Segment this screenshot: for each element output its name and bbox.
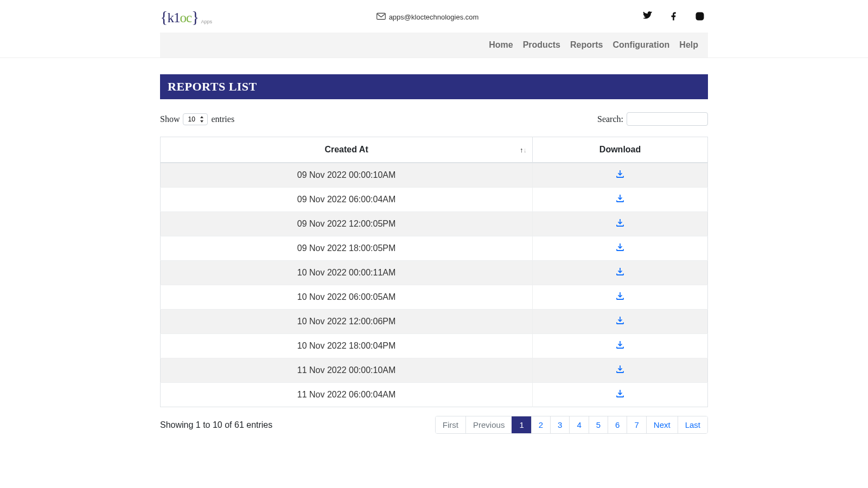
logo-brace-close: } bbox=[192, 8, 199, 26]
page-6[interactable]: 6 bbox=[608, 416, 627, 433]
table-row: 10 Nov 2022 12:00:06PM bbox=[161, 310, 708, 334]
page-next[interactable]: Next bbox=[646, 416, 678, 433]
page-title: REPORTS LIST bbox=[160, 74, 708, 99]
table-row: 09 Nov 2022 00:00:10AM bbox=[161, 163, 708, 188]
cell-created-at: 10 Nov 2022 06:00:05AM bbox=[161, 285, 533, 310]
instagram-icon[interactable] bbox=[695, 11, 705, 23]
cell-download bbox=[533, 163, 708, 188]
svg-point-3 bbox=[701, 14, 703, 15]
show-label: Show bbox=[160, 114, 180, 124]
page-last[interactable]: Last bbox=[678, 416, 707, 433]
download-icon[interactable] bbox=[616, 170, 624, 178]
table-row: 10 Nov 2022 06:00:05AM bbox=[161, 285, 708, 310]
cell-download bbox=[533, 310, 708, 334]
download-icon[interactable] bbox=[616, 365, 624, 373]
logo-text-2: oc bbox=[180, 10, 192, 25]
page-4[interactable]: 4 bbox=[569, 416, 588, 433]
nav-reports[interactable]: Reports bbox=[570, 40, 603, 50]
cell-created-at: 10 Nov 2022 00:00:11AM bbox=[161, 261, 533, 285]
page-2[interactable]: 2 bbox=[531, 416, 550, 433]
entries-label: entries bbox=[211, 114, 234, 124]
cell-download bbox=[533, 236, 708, 261]
page-5[interactable]: 5 bbox=[589, 416, 608, 433]
download-icon[interactable] bbox=[616, 219, 624, 227]
cell-download bbox=[533, 261, 708, 285]
svg-rect-0 bbox=[376, 13, 385, 19]
download-icon[interactable] bbox=[616, 268, 624, 275]
cell-created-at: 10 Nov 2022 12:00:06PM bbox=[161, 310, 533, 334]
download-icon[interactable] bbox=[616, 390, 624, 397]
cell-download bbox=[533, 383, 708, 407]
col-created-at[interactable]: Created At ↑↓ bbox=[161, 137, 533, 163]
length-control: Show 10 entries bbox=[160, 113, 234, 125]
facebook-icon[interactable] bbox=[669, 11, 679, 23]
nav-configuration[interactable]: Configuration bbox=[612, 40, 669, 50]
main-nav: Home Products Reports Configuration Help bbox=[160, 33, 708, 57]
contact-email[interactable]: apps@kloctechnologies.com bbox=[376, 12, 479, 22]
logo-brace-open: { bbox=[160, 8, 167, 26]
search-control: Search: bbox=[597, 112, 708, 126]
logo-subtext: Apps bbox=[201, 19, 212, 26]
logo-text-1: k1 bbox=[167, 10, 180, 25]
search-input[interactable] bbox=[627, 112, 708, 126]
cell-created-at: 09 Nov 2022 18:00:05PM bbox=[161, 236, 533, 261]
table-row: 10 Nov 2022 18:00:04PM bbox=[161, 334, 708, 358]
page-previous: Previous bbox=[465, 416, 512, 433]
cell-download bbox=[533, 334, 708, 358]
cell-created-at: 09 Nov 2022 12:00:05PM bbox=[161, 212, 533, 236]
download-icon[interactable] bbox=[616, 195, 624, 202]
cell-download bbox=[533, 358, 708, 383]
sort-icon: ↑↓ bbox=[520, 146, 527, 154]
table-info: Showing 1 to 10 of 61 entries bbox=[160, 420, 272, 430]
cell-download bbox=[533, 212, 708, 236]
nav-products[interactable]: Products bbox=[523, 40, 560, 50]
page-1[interactable]: 1 bbox=[512, 416, 531, 433]
page-3[interactable]: 3 bbox=[550, 416, 569, 433]
table-row: 10 Nov 2022 00:00:11AM bbox=[161, 261, 708, 285]
download-icon[interactable] bbox=[616, 317, 624, 324]
table-row: 09 Nov 2022 18:00:05PM bbox=[161, 236, 708, 261]
table-row: 09 Nov 2022 06:00:04AM bbox=[161, 188, 708, 212]
cell-created-at: 11 Nov 2022 06:00:04AM bbox=[161, 383, 533, 407]
cell-created-at: 11 Nov 2022 00:00:10AM bbox=[161, 358, 533, 383]
col-download[interactable]: Download bbox=[533, 137, 708, 163]
cell-created-at: 09 Nov 2022 00:00:10AM bbox=[161, 163, 533, 188]
table-row: 11 Nov 2022 06:00:04AM bbox=[161, 383, 708, 407]
mail-icon bbox=[376, 12, 386, 22]
logo[interactable]: {k1oc} Apps bbox=[160, 8, 212, 26]
twitter-icon[interactable] bbox=[643, 11, 653, 23]
cell-download bbox=[533, 285, 708, 310]
reports-table: Created At ↑↓ Download 09 Nov 2022 00:00… bbox=[160, 137, 708, 407]
nav-home[interactable]: Home bbox=[489, 40, 513, 50]
search-label: Search: bbox=[597, 114, 623, 124]
page-7[interactable]: 7 bbox=[627, 416, 646, 433]
pagination: FirstPrevious1234567NextLast bbox=[435, 416, 708, 434]
table-row: 11 Nov 2022 00:00:10AM bbox=[161, 358, 708, 383]
download-icon[interactable] bbox=[616, 243, 624, 251]
download-icon[interactable] bbox=[616, 341, 624, 349]
cell-created-at: 10 Nov 2022 18:00:04PM bbox=[161, 334, 533, 358]
svg-point-2 bbox=[698, 15, 701, 18]
download-icon[interactable] bbox=[616, 292, 624, 300]
table-row: 09 Nov 2022 12:00:05PM bbox=[161, 212, 708, 236]
nav-help[interactable]: Help bbox=[679, 40, 698, 50]
contact-email-text: apps@kloctechnologies.com bbox=[389, 13, 479, 21]
entries-select[interactable]: 10 bbox=[183, 113, 208, 125]
page-first: First bbox=[436, 416, 465, 433]
cell-created-at: 09 Nov 2022 06:00:04AM bbox=[161, 188, 533, 212]
cell-download bbox=[533, 188, 708, 212]
